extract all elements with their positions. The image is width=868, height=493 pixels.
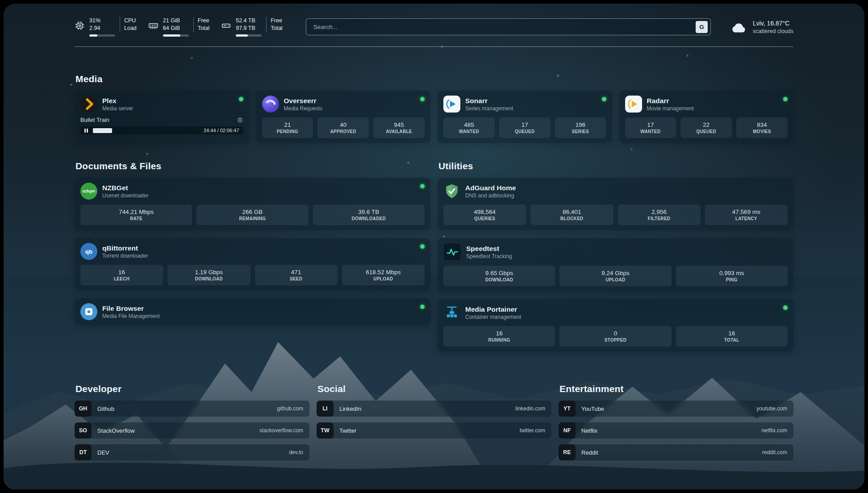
- disk-values: 52.4 TB 97.9 TB: [236, 17, 262, 37]
- utilities-column: Utilities AdGuard Home: [438, 161, 793, 359]
- stat-blocked: 86,401 BLOCKED: [530, 205, 613, 225]
- app-card-qbittorrent[interactable]: qb qBittorrent Torrent downloader 16 LEE…: [75, 238, 430, 290]
- weather-location: Lviv, 16.87°C: [753, 19, 793, 28]
- status-dot: [420, 244, 425, 249]
- stat-label: RATE: [130, 216, 142, 221]
- ram-progress-bar: [163, 34, 189, 37]
- ram-free-value: 21 GiB: [163, 17, 189, 25]
- bookmark-name: YouTube: [581, 405, 604, 412]
- plex-icon: [80, 96, 97, 113]
- playback-progress-track[interactable]: [93, 128, 201, 133]
- bookmark-netflix[interactable]: NF Netflix netflix.com: [559, 422, 793, 439]
- bookmark-url: stackoverflow.com: [259, 427, 303, 434]
- gear-icon[interactable]: ⚙: [237, 117, 243, 123]
- stackoverflow-icon: SO: [75, 422, 92, 439]
- app-card-sonarr[interactable]: Sonarr Series management 485 WANTED 17 Q…: [438, 91, 612, 143]
- disk-icon: [221, 17, 231, 31]
- header-divider: [75, 46, 793, 47]
- bookmark-stackoverflow[interactable]: SO StackOverflow stackoverflow.com: [75, 422, 309, 439]
- search-input[interactable]: [313, 23, 696, 31]
- nzbget-icon-text: nzbget: [83, 189, 96, 193]
- status-dot: [420, 184, 425, 188]
- entertainment-column: Entertainment YT YouTube youtube.com NF …: [559, 384, 793, 466]
- cpu-label-bottom: Load: [124, 25, 137, 32]
- bookmark-columns: Developer GH Github github.com SO StackO…: [75, 384, 793, 466]
- app-card-nzbget[interactable]: nzbget NZBGet Usenet downloader 744.21 M…: [75, 178, 430, 230]
- disk-metric: 52.4 TB 97.9 TB Free Total: [221, 17, 282, 37]
- app-subtitle: Movie management: [647, 105, 694, 112]
- bookmark-youtube[interactable]: YT YouTube youtube.com: [559, 401, 793, 417]
- stat-label: SERIES: [572, 129, 589, 134]
- ram-values: 21 GiB 64 GiB: [163, 17, 189, 37]
- search-bar[interactable]: G: [306, 18, 711, 35]
- cpu-icon: [75, 17, 85, 31]
- stat-label: BLOCKED: [560, 216, 584, 221]
- app-subtitle: Torrent downloader: [102, 253, 148, 259]
- status-dot: [602, 97, 606, 101]
- stat-value: 9.65 Gbps: [485, 270, 513, 276]
- pause-button[interactable]: [82, 129, 90, 133]
- now-playing-title: Bullet Train: [80, 117, 109, 123]
- app-subtitle: Media Requests: [284, 105, 323, 112]
- bookmark-name: DEV: [97, 449, 109, 456]
- stat-latency: 47.569 ms LATENCY: [705, 205, 788, 225]
- app-card-filebrowser[interactable]: File Browser Media File Management: [75, 298, 430, 325]
- status-dot: [783, 305, 788, 310]
- bookmark-reddit[interactable]: RE Reddit reddit.com: [559, 444, 793, 460]
- nzbget-icon: nzbget: [80, 183, 97, 200]
- bookmark-linkedin[interactable]: LI LinkedIn linkedin.com: [317, 401, 551, 417]
- stat-value: 266 GB: [242, 209, 263, 215]
- stat-download: 9.65 Gbps DOWNLOAD: [443, 266, 555, 286]
- stat-value: 0: [614, 330, 618, 337]
- stat-leech: 16 LEECH: [80, 265, 163, 285]
- stat-wanted: 17 WANTED: [625, 117, 676, 138]
- search-engine-button[interactable]: G: [696, 21, 708, 33]
- stat-value: 17: [647, 121, 654, 128]
- bookmark-dev[interactable]: DT DEV dev.to: [75, 444, 309, 460]
- stat-value: 618.52 Mbps: [366, 269, 401, 276]
- app-name: NZBGet: [102, 184, 148, 192]
- stat-approved: 40 APPROVED: [317, 117, 369, 138]
- stat-queued: 22 QUEUED: [680, 117, 732, 138]
- linkedin-icon: LI: [317, 401, 334, 417]
- ram-label-top: Free: [198, 17, 209, 25]
- bookmark-url: reddit.com: [762, 449, 787, 455]
- stat-total: 16 TOTAL: [676, 326, 788, 347]
- overseerr-icon: [262, 96, 279, 113]
- bookmark-twitter[interactable]: TW Twitter twitter.com: [317, 422, 551, 439]
- stat-label: AVAILABLE: [386, 129, 412, 134]
- stat-value: 834: [757, 121, 767, 128]
- app-card-portainer[interactable]: Media Portainer Container management 16 …: [438, 299, 793, 351]
- app-card-overseerr[interactable]: Overseerr Media Requests 21 PENDING 40 A…: [256, 91, 431, 143]
- cpu-progress-fill: [89, 34, 97, 37]
- sonarr-icon: [443, 96, 460, 113]
- playback-progress-fill: [93, 128, 113, 133]
- stat-label: WANTED: [640, 129, 660, 134]
- app-card-plex[interactable]: Plex Media server Bullet Train ⚙: [75, 91, 249, 143]
- stat-value: 196: [576, 121, 586, 128]
- stat-value: 47.569 ms: [732, 209, 760, 215]
- stat-label: FILTERED: [648, 216, 671, 221]
- media-section-title: Media: [75, 74, 793, 84]
- cpu-usage-value: 31%: [89, 17, 115, 25]
- app-card-adguard[interactable]: AdGuard Home DNS and adblocking 498,564 …: [438, 178, 793, 230]
- stat-value: 1.19 Gbps: [195, 269, 223, 276]
- app-name: Media Portainer: [465, 305, 521, 314]
- documents-column: Documents & Files nzbget NZBGet Usenet d…: [75, 161, 430, 359]
- qbittorrent-icon-text: qb: [85, 248, 92, 255]
- app-card-radarr[interactable]: Radarr Movie management 17 WANTED 22 QUE…: [619, 91, 794, 143]
- stat-label: LEECH: [114, 276, 129, 281]
- app-name: Plex: [102, 96, 133, 105]
- app-card-speedtest[interactable]: Speedtest Speedtest Tracking 9.65 Gbps D…: [438, 238, 793, 291]
- stat-label: TOTAL: [724, 338, 739, 343]
- ram-progress-fill: [163, 34, 180, 37]
- adguard-icon: [443, 183, 460, 200]
- playback-time: 24:44 / 02:06:47: [204, 128, 239, 133]
- stat-label: REMAINING: [239, 216, 266, 221]
- stat-value: 498,564: [474, 209, 496, 215]
- speedtest-icon: [443, 243, 461, 261]
- bookmark-github[interactable]: GH Github github.com: [75, 401, 309, 417]
- app-subtitle: DNS and adblocking: [465, 192, 516, 199]
- stat-value: 21: [284, 121, 291, 128]
- speedtest-stats: 9.65 Gbps DOWNLOAD 9.24 Gbps UPLOAD 0.99…: [443, 266, 788, 286]
